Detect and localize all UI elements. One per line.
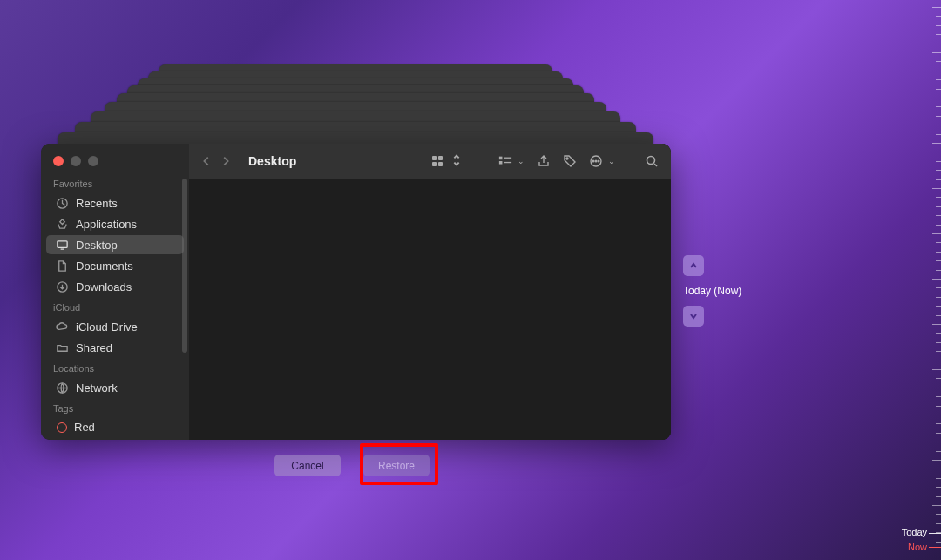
chevron-down-icon: ⌄ xyxy=(608,157,615,165)
close-window-button[interactable] xyxy=(53,156,64,166)
tags-button[interactable] xyxy=(563,154,577,168)
minimize-window-button[interactable] xyxy=(71,156,81,166)
desktop-icon xyxy=(55,238,69,252)
sidebar-item-label: Downloads xyxy=(76,280,132,293)
updown-icon xyxy=(450,153,464,169)
cloud-icon xyxy=(55,320,69,334)
restore-button[interactable]: Restore xyxy=(363,455,430,476)
svg-rect-1 xyxy=(57,240,66,247)
svg-rect-9 xyxy=(499,161,503,165)
sidebar-scrollbar[interactable] xyxy=(182,179,187,353)
sidebar-item-tag-red[interactable]: Red xyxy=(46,418,184,436)
sidebar-item-desktop[interactable]: Desktop xyxy=(46,235,184,254)
content-area xyxy=(189,179,671,440)
sidebar-item-icloud-drive[interactable]: iCloud Drive xyxy=(46,317,184,336)
timeline-previous-button[interactable] xyxy=(683,255,704,276)
timeline-current-label: Today (Now) xyxy=(683,285,741,297)
group-button[interactable]: ⌄ xyxy=(498,154,525,168)
svg-rect-4 xyxy=(432,156,437,160)
sidebar-item-label: Recents xyxy=(76,197,118,210)
finder-window: Favorites Recents Applications Desktop D… xyxy=(41,144,671,440)
scale-now-label: Now xyxy=(908,542,927,552)
toolbar: Desktop ⌄ ⌄ xyxy=(189,144,671,179)
timeline-scale[interactable]: Today Now xyxy=(931,0,941,560)
back-button[interactable] xyxy=(201,155,212,167)
sidebar-section-locations: Locations xyxy=(41,358,189,377)
svg-rect-5 xyxy=(438,156,443,160)
download-icon xyxy=(55,280,69,293)
zoom-window-button[interactable] xyxy=(88,156,98,166)
applications-icon xyxy=(55,217,69,231)
shared-folder-icon xyxy=(55,341,69,354)
svg-point-15 xyxy=(595,160,597,162)
sidebar-item-recents[interactable]: Recents xyxy=(46,193,184,213)
sidebar-item-downloads[interactable]: Downloads xyxy=(46,277,184,296)
svg-point-12 xyxy=(566,158,568,159)
forward-button[interactable] xyxy=(220,155,231,167)
sidebar-item-tag-orange[interactable]: Orange xyxy=(46,438,184,440)
sidebar-item-shared[interactable]: Shared xyxy=(46,338,184,357)
chevron-down-icon: ⌄ xyxy=(518,157,525,165)
main-area: Desktop ⌄ ⌄ xyxy=(189,144,671,440)
sidebar-item-label: Desktop xyxy=(76,239,118,252)
svg-rect-7 xyxy=(438,162,443,166)
timeline-nav: Today (Now) xyxy=(683,255,741,327)
tag-dot-icon xyxy=(57,422,67,433)
sidebar-item-documents[interactable]: Documents xyxy=(46,256,184,275)
sidebar-item-label: Shared xyxy=(76,341,112,354)
actions-button[interactable]: ⌄ xyxy=(589,154,615,168)
sidebar-section-tags: Tags xyxy=(41,398,189,417)
network-icon xyxy=(55,381,69,395)
sidebar-section-icloud: iCloud xyxy=(41,297,189,316)
sidebar-item-label: Applications xyxy=(76,218,137,231)
clock-icon xyxy=(55,196,69,210)
document-icon xyxy=(55,259,69,273)
svg-point-14 xyxy=(592,160,594,162)
sidebar-section-favorites: Favorites xyxy=(41,173,189,192)
svg-rect-11 xyxy=(504,162,511,163)
scale-today-label: Today xyxy=(902,527,927,537)
share-button[interactable] xyxy=(537,154,551,168)
svg-rect-6 xyxy=(432,162,437,166)
svg-rect-10 xyxy=(504,158,511,159)
sidebar-item-label: iCloud Drive xyxy=(76,320,138,334)
view-icons-button[interactable] xyxy=(430,153,464,169)
action-buttons: Cancel Restore xyxy=(274,455,430,476)
window-title: Desktop xyxy=(248,154,296,168)
sidebar-item-applications[interactable]: Applications xyxy=(46,214,184,233)
search-button[interactable] xyxy=(645,154,659,168)
svg-point-16 xyxy=(598,160,599,162)
cancel-button[interactable]: Cancel xyxy=(274,455,341,476)
sidebar-item-label: Documents xyxy=(76,260,133,273)
sidebar-item-label: Network xyxy=(76,381,118,395)
timeline-next-button[interactable] xyxy=(683,306,704,327)
sidebar-item-label: Red xyxy=(74,421,95,434)
svg-rect-8 xyxy=(499,157,503,160)
sidebar: Favorites Recents Applications Desktop D… xyxy=(41,144,189,440)
traffic-lights xyxy=(41,144,189,173)
sidebar-item-network[interactable]: Network xyxy=(46,378,184,397)
svg-point-17 xyxy=(647,157,655,165)
